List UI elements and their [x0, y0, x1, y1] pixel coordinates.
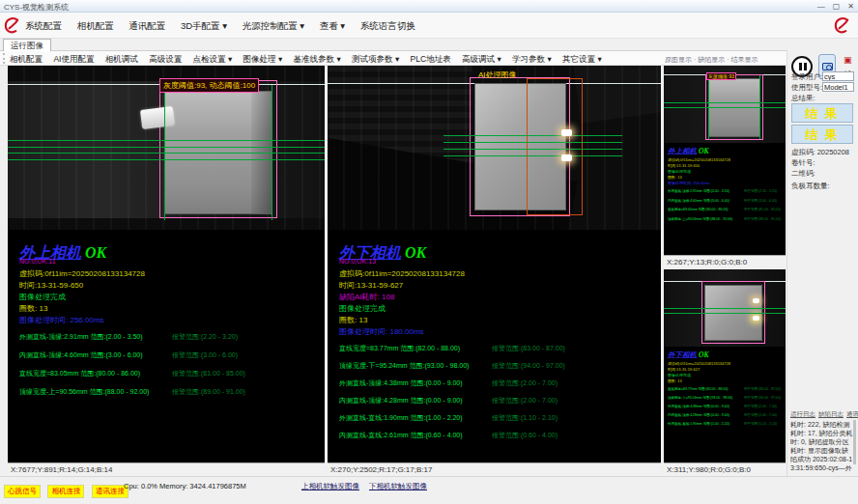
measure-line: [664, 107, 786, 108]
measure-line: [8, 147, 325, 148]
measure-value: 顶缘宽度-上=90.56mm 范围:(88.00 - 92.00): [19, 387, 149, 397]
measurement-row: 外测直线-直线:1.90mm 范围:(1.00 - 2.20) 报警范围:(1.…: [339, 413, 465, 431]
model-label: 使用型号:: [791, 83, 822, 93]
cycle-count-line: 圈数: 13: [668, 378, 786, 383]
toolbar-item-advanced-settings[interactable]: 高级设置: [149, 54, 182, 64]
menu-item-camera-config[interactable]: 相机配置: [77, 20, 114, 31]
measure-value: 顶缘宽度-上=90.56mm 范围:(88.00 - 92.00): [668, 216, 732, 221]
measure-value: 内测直线-直线:2.61mm 范围:(0.60 - 4.00): [339, 431, 463, 440]
alarm-range: 报警范围:(3.00 - 6.00): [744, 198, 777, 203]
upper-camera-view[interactable]: 灰度阈值:93, 动态阈值:100 外上相机OK NG:0;OK:11 虚拟码:…: [8, 66, 325, 462]
negative-tab-count-label: 负极耳数量:: [791, 182, 830, 192]
process-time-line: 图像处理时间: 180.00ms: [339, 326, 465, 335]
model-input[interactable]: [822, 82, 854, 92]
time-line: 时间:13-31-59-650: [19, 280, 145, 289]
maximize-button[interactable]: ▢: [833, 1, 841, 12]
measurement-row: 内测直线-顶缘:4.60mm 范围:(3.00 - 6.00) 报警范围:(3.…: [19, 350, 145, 369]
reflection-highlight: [561, 129, 572, 136]
result-box-lower: 结 果: [791, 125, 853, 144]
toolbar-item-other-settings[interactable]: 其它设置 ▾: [562, 54, 602, 64]
measure-line: [443, 135, 622, 136]
measure-line: [443, 149, 622, 150]
result-ok-text: OK: [699, 351, 708, 359]
display-mode-hint: 原图显示 · 缺陷显示 · 结果显示: [665, 55, 758, 65]
menu-item-comm-config[interactable]: 通讯配置: [129, 20, 165, 31]
camera-icon: [822, 63, 833, 70]
lower-preview-panel[interactable]: 外下相机OK 虚拟码:0f11im=20250208133134728 时间:1…: [664, 269, 786, 462]
time-line: 时间:13-31-59-627: [668, 367, 786, 372]
upper-preview-panel[interactable]: 灰度阈值:93 外上相机OK 虚拟码:0f11im=20250208133134…: [664, 66, 786, 255]
toolbar-item-advanced-debug[interactable]: 高级调试 ▾: [462, 54, 501, 64]
close-button[interactable]: ✕: [847, 1, 854, 12]
ai-overlay-label: AI处理图像: [478, 70, 517, 80]
tab-strip: 运行图像: [0, 39, 786, 51]
measure-value: 内测直线-顶缘:4.28mm 范围:(0.00 - 9.00): [339, 396, 463, 406]
toolbar-item-camera-config[interactable]: 相机配置: [10, 54, 43, 64]
alarm-range: 报警范围:(81.00 - 85.00): [744, 208, 781, 212]
toolbar-item-camera-debug[interactable]: 相机调试: [105, 54, 138, 64]
log-tab-run[interactable]: 运行日志: [790, 410, 815, 417]
log-scrollbar[interactable]: [853, 420, 856, 464]
lower-camera-coord-bar: X:270;Y:2502;R:17;G:17;B:17: [328, 462, 661, 476]
status-bar: 心跳信号 相机连接 通讯连接 Cpu: 0.0% Memory: 3424.41…: [0, 476, 858, 504]
alarm-range: 报警范围:(2.00 - 7.00): [492, 378, 558, 388]
log-tab-comm[interactable]: 通讯日志: [846, 410, 858, 417]
measure-line: [8, 140, 325, 141]
upper-camera-coord-bar: X:7677;Y:891;R:14;G:14;B:14: [8, 462, 325, 476]
toolbar-grip[interactable]: [3, 53, 6, 64]
tab-run-image[interactable]: 运行图像: [3, 39, 51, 51]
measurement-row: 外测直线-顶缘:2.91mm 范围:(2.00 - 3.50) 报警范围:(2.…: [19, 332, 145, 350]
cycle-count-line: 圈数: 13: [339, 315, 465, 323]
lower-camera-soft-trigger-link[interactable]: 下相机软触发图像: [369, 482, 427, 491]
menu-item-system-config[interactable]: 系统配置: [25, 20, 62, 31]
measure-value: 直线宽度=83.77mm 范围:(82.00 - 88.00): [339, 344, 460, 353]
menu-item-view[interactable]: 查看 ▾: [320, 20, 345, 31]
upper-camera-image[interactable]: 灰度阈值:93, 动态阈值:100: [8, 66, 325, 230]
measure-line: [8, 159, 325, 160]
lower-camera-view[interactable]: AI处理图像 外下相机OK NG:0;OK:13 虚拟码:0f11im=2025…: [328, 66, 661, 462]
alarm-range: 报警范围:(3.00 - 6.00): [172, 350, 238, 360]
measure-line-vertical: [272, 85, 272, 220]
minimize-button[interactable]: —: [817, 1, 825, 12]
virtual-code-label: 虚拟码: 20250208: [791, 148, 849, 158]
menu-item-language[interactable]: 系统语言切换: [360, 20, 415, 31]
upper-preview-image[interactable]: 灰度阈值:93: [664, 66, 786, 143]
virtual-code-line: 虚拟码:0f11im=20250208133134728: [339, 268, 465, 277]
brand-logo-icon: [833, 16, 851, 35]
log-tab-defect[interactable]: 缺陷日志: [818, 410, 844, 417]
toolbar-item-test-params[interactable]: 测试项参数 ▾: [352, 54, 399, 64]
upper-camera-soft-trigger-link[interactable]: 上相机软触发图像: [301, 482, 359, 491]
title-bar: CYS-视觉检测系统 — ▢ ✕: [0, 0, 858, 13]
toolbar-item-learn-params[interactable]: 学习参数 ▾: [512, 54, 552, 64]
menu-item-light-config[interactable]: 光源控制配置 ▾: [243, 20, 304, 31]
time-line: 时间:13-31-59-650: [668, 163, 786, 168]
lower-preview-report: 外下相机OK 虚拟码:0f11im=20250208133134728 时间:1…: [668, 350, 786, 431]
alarm-range: 报警范围:(2.00 - 7.00): [744, 413, 777, 418]
toolbar-item-ai-config[interactable]: AI使用配置: [53, 54, 94, 64]
measure-value: 外测直线-顶缘:4.38mm 范围:(0.00 - 9.00): [668, 405, 729, 409]
measurement-row: 内测直线-顶缘:4.28mm 范围:(0.00 - 9.00) 报警范围:(2.…: [339, 396, 465, 413]
virtual-code-line: 虚拟码:0f11im=20250208133134728: [668, 361, 786, 366]
alarm-range: 报警范围:(81.00 - 85.00): [172, 369, 245, 378]
toolbar-item-plc-table[interactable]: PLC地址表: [411, 54, 451, 64]
measurement-row: 外测直线-顶缘:4.38mm 范围:(0.00 - 9.00) 报警范围:(2.…: [339, 378, 465, 396]
process-time-line: 图像处理时间: 256.00ms: [668, 181, 786, 185]
process-done-line: 图像处理完成: [19, 292, 145, 300]
alarm-range: 报警范围:(89.00 - 91.00): [172, 387, 245, 397]
measure-line: [443, 155, 622, 156]
alarm-range: 报警范围:(2.00 - 7.00): [492, 396, 558, 406]
toolbar-item-image-process[interactable]: 图像处理 ▾: [243, 54, 283, 64]
alarm-range: 报警范围:(1.10 - 2.10): [492, 413, 558, 423]
roi-outline: [159, 80, 277, 218]
toolbar-item-spot-check[interactable]: 点检设置 ▾: [193, 54, 233, 64]
heartbeat-status-badge: 心跳信号: [4, 485, 41, 498]
time-line: 时间:13-31-59-627: [339, 280, 465, 289]
menu-item-3d-config[interactable]: 3D手配置 ▾: [181, 20, 227, 31]
lower-preview-image[interactable]: [664, 269, 786, 347]
upper-preview-report: 外上相机OK 虚拟码:0f11im=20250208133134728 时间:1…: [668, 147, 786, 226]
toolbar-item-baseline-params[interactable]: 基准线参数 ▾: [294, 54, 341, 64]
alarm-icon[interactable]: ▣: [844, 55, 852, 65]
login-user-input[interactable]: [822, 71, 854, 81]
lower-camera-image[interactable]: AI处理图像: [328, 66, 661, 230]
process-time-line: 图像处理时间: 256.00ms: [19, 315, 145, 323]
